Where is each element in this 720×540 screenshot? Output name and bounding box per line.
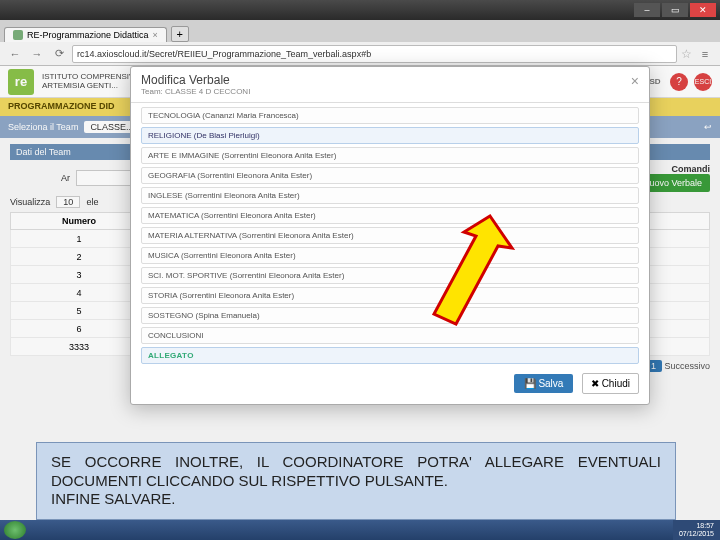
subject-item[interactable]: MATERIA ALTERNATIVA (Sorrentini Eleonora… [141, 227, 639, 244]
modifica-verbale-modal: Modifica Verbale Team: CLASSE 4 D CECCON… [130, 66, 650, 405]
subject-item[interactable]: STORIA (Sorrentini Eleonora Anita Ester) [141, 287, 639, 304]
browser-toolbar: ← → ⟳ rc14.axioscloud.it/Secret/REIIEU_P… [0, 42, 720, 66]
save-button[interactable]: 💾 Salva [514, 374, 574, 393]
instruction-caption: SE OCCORRE INOLTRE, IL COORDINATORE POTR… [36, 442, 676, 520]
window-close-button[interactable]: ✕ [690, 3, 716, 17]
subject-item[interactable]: TECNOLOGIA (Cananzi Maria Francesca) [141, 107, 639, 124]
subject-item[interactable]: MUSICA (Sorrentini Eleonora Anita Ester) [141, 247, 639, 264]
browser-tabbar: RE-Programmazione Didattica × + [0, 20, 720, 42]
caption-line2: INFINE SALVARE. [51, 490, 175, 507]
subject-item[interactable]: RELIGIONE (De Blasi Pierluigi) [141, 127, 639, 144]
tab-favicon-icon [13, 30, 23, 40]
modal-footer: 💾 Salva ✖ Chiudi [141, 367, 639, 394]
subject-item[interactable]: GEOGRAFIA (Sorrentini Eleonora Anita Est… [141, 167, 639, 184]
window-minimize-button[interactable]: – [634, 3, 660, 17]
subject-item[interactable]: ARTE E IMMAGINE (Sorrentini Eleonora Ani… [141, 147, 639, 164]
system-tray[interactable]: 18:57 07/12/2015 [673, 520, 720, 540]
window-maximize-button[interactable]: ▭ [662, 3, 688, 17]
modal-body: TECNOLOGIA (Cananzi Maria Francesca)RELI… [131, 103, 649, 404]
nav-reload-button[interactable]: ⟳ [50, 45, 68, 63]
subject-item[interactable]: SCI. MOT. SPORTIVE (Sorrentini Eleonora … [141, 267, 639, 284]
browser-menu-button[interactable]: ≡ [696, 45, 714, 63]
new-tab-button[interactable]: + [171, 26, 189, 42]
subject-item[interactable]: SOSTEGNO (Spina Emanuela) [141, 307, 639, 324]
tab-close-icon[interactable]: × [153, 30, 158, 40]
subject-item[interactable]: MATEMATICA (Sorrentini Eleonora Anita Es… [141, 207, 639, 224]
bookmark-star-icon[interactable]: ☆ [681, 47, 692, 61]
browser-tab[interactable]: RE-Programmazione Didattica × [4, 27, 167, 42]
tray-date: 07/12/2015 [679, 530, 714, 538]
caption-line1: SE OCCORRE INOLTRE, IL COORDINATORE POTR… [51, 453, 661, 489]
close-button[interactable]: ✖ Chiudi [582, 373, 639, 394]
nav-forward-button[interactable]: → [28, 45, 46, 63]
tray-time: 18:57 [679, 522, 714, 530]
url-text: rc14.axioscloud.it/Secret/REIIEU_Program… [77, 49, 371, 59]
address-bar[interactable]: rc14.axioscloud.it/Secret/REIIEU_Program… [72, 45, 677, 63]
modal-title: Modifica Verbale [141, 73, 631, 87]
close-label: Chiudi [602, 378, 630, 389]
subject-item[interactable]: INGLESE (Sorrentini Eleonora Anita Ester… [141, 187, 639, 204]
save-label: Salva [538, 378, 563, 389]
start-button[interactable] [4, 521, 26, 539]
window-titlebar: – ▭ ✕ [0, 0, 720, 20]
nav-back-button[interactable]: ← [6, 45, 24, 63]
modal-subtitle: Team: CLASSE 4 D CECCONI [141, 87, 631, 96]
modal-header: Modifica Verbale Team: CLASSE 4 D CECCON… [131, 67, 649, 103]
subject-item[interactable]: CONCLUSIONI [141, 327, 639, 344]
windows-taskbar: 18:57 07/12/2015 [0, 520, 720, 540]
modal-close-icon[interactable]: × [631, 73, 639, 89]
tab-title: RE-Programmazione Didattica [27, 30, 149, 40]
allegato-item[interactable]: ALLEGATO [141, 347, 639, 364]
